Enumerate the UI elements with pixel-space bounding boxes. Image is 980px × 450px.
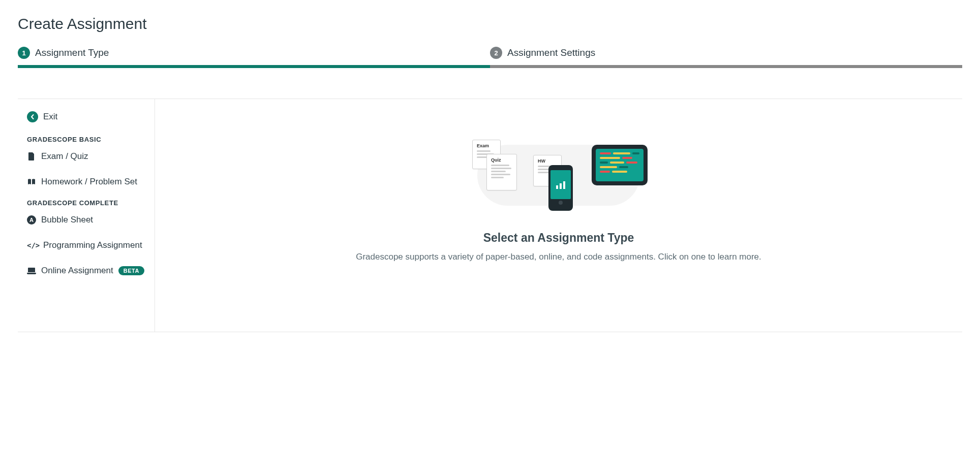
laptop-icon (27, 266, 36, 275)
svg-rect-0 (556, 185, 558, 189)
chevron-left-icon (27, 111, 38, 122)
sidebar-item-label: Exam / Quiz (41, 151, 88, 162)
step-label: Assignment Settings (507, 47, 595, 58)
exit-label: Exit (43, 112, 57, 122)
sidebar-item-label: Online Assignment (41, 266, 113, 276)
step-assignment-type[interactable]: 1 Assignment Type (18, 47, 490, 68)
sidebar-heading-basic: GRADESCOPE BASIC (27, 136, 149, 143)
sidebar: Exit GRADESCOPE BASIC Exam / Quiz Homewo… (18, 99, 155, 332)
tablet-illustration (592, 145, 648, 185)
sidebar-item-programming[interactable]: </> Programming Assignment (27, 237, 149, 253)
step-number-badge: 1 (18, 47, 30, 59)
svg-rect-1 (560, 183, 562, 189)
svg-rect-2 (563, 181, 565, 189)
sidebar-item-homework[interactable]: Homework / Problem Set (27, 174, 149, 190)
main-title: Select an Assignment Type (483, 231, 634, 245)
sidebar-item-bubble-sheet[interactable]: A Bubble Sheet (27, 212, 149, 228)
exit-button[interactable]: Exit (27, 108, 149, 125)
sidebar-item-label: Programming Assignment (43, 240, 142, 250)
sidebar-item-label: Homework / Problem Set (41, 177, 137, 187)
book-icon (27, 177, 36, 186)
step-number-badge: 2 (490, 47, 502, 59)
code-icon: </> (27, 241, 38, 249)
document-icon (27, 152, 36, 161)
step-assignment-settings[interactable]: 2 Assignment Settings (490, 47, 962, 68)
beta-badge: BETA (118, 266, 144, 275)
step-label: Assignment Type (35, 47, 109, 58)
bar-chart-icon (556, 181, 566, 189)
sidebar-heading-complete: GRADESCOPE COMPLETE (27, 199, 149, 207)
main-description: Gradescope supports a variety of paper-b… (356, 252, 761, 262)
assignment-types-illustration: Exam Quiz HW (462, 140, 655, 216)
quiz-doc-illustration: Quiz (486, 154, 517, 190)
bubble-letter-icon: A (27, 215, 36, 224)
sidebar-item-online-assignment[interactable]: Online Assignment BETA (27, 263, 149, 279)
stepper: 1 Assignment Type 2 Assignment Settings (18, 47, 962, 68)
sidebar-item-exam-quiz[interactable]: Exam / Quiz (27, 148, 149, 165)
page-title: Create Assignment (18, 15, 962, 33)
main-panel: Exam Quiz HW (155, 99, 962, 332)
content-area: Exit GRADESCOPE BASIC Exam / Quiz Homewo… (18, 99, 962, 332)
sidebar-item-label: Bubble Sheet (41, 215, 93, 225)
phone-illustration (548, 165, 573, 211)
